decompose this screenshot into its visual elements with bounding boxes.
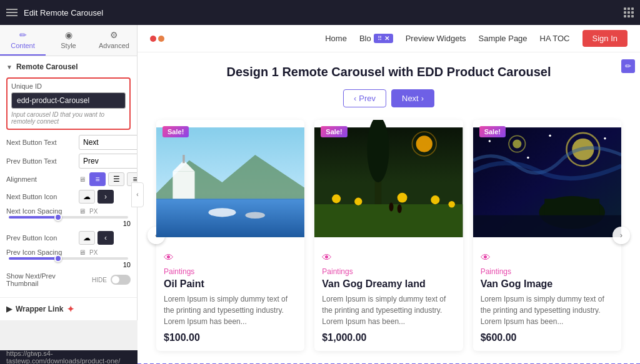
hide-label: HIDE [92,277,107,283]
next-carousel-button[interactable]: Next › [391,89,434,107]
nav-active-indicator: ⠿ ✕ [374,34,393,43]
next-button-text-row: Next Button Text 🗑 [6,135,131,150]
next-button-icon-label: Next Button Icon [6,193,75,200]
main-layout: ✏ Content ◉ Style ⚙ Advanced ▼ Remote Ca… [0,25,640,364]
svg-point-31 [549,135,551,137]
svg-rect-3 [172,171,194,199]
panel-section: ▼ Remote Carousel Unique ID Input carous… [0,56,137,297]
logo-dots [150,36,164,42]
next-icon-spacing-row: Next Icon Spacing 🖥 PX 10 [6,207,131,227]
alignment-group: ≡ ☰ ≡ [89,172,138,186]
sign-in-button[interactable]: Sign In [582,30,628,47]
svg-point-32 [604,137,606,140]
nav-sample-page[interactable]: Sample Page [479,34,528,43]
status-bar: https://gtwp.s4-tastewp.com/downloads/pr… [0,350,138,364]
tab-content[interactable]: ✏ Content [0,25,46,56]
nav-preview-widgets[interactable]: Preview Widgets [406,34,466,43]
status-url: https://gtwp.s4-tastewp.com/downloads/pr… [6,350,131,364]
product-image-3: Sale! [473,120,621,245]
nav-home[interactable]: Home [325,34,347,43]
content-tab-icon: ✏ [19,30,27,40]
sale-badge-3: Sale! [479,126,506,137]
svg-point-17 [398,193,408,203]
grid-icon[interactable] [624,7,634,17]
product-desc-2: Lorem Ipsum is simply dummy text of the … [322,293,455,327]
hamburger-icon[interactable] [6,9,18,16]
svg-rect-29 [473,215,621,237]
advanced-tab-icon: ⚙ [110,30,118,40]
unique-id-label: Unique ID [11,82,126,90]
product-image-1: Sale! [156,120,304,245]
prev-carousel-button[interactable]: ‹ Prev [343,89,386,107]
prev-button-text-input[interactable] [79,154,138,169]
next-button-text-label: Next Button Text [6,139,75,146]
edit-toolbar-pencil[interactable]: ✏ [621,59,635,73]
product-title-3: Van Gog Image [481,278,614,290]
view-icon-1: 👁 [164,252,297,263]
prev-icon-controls: ☁ ‹ [79,231,114,245]
product-info-3: 👁 Paintings Van Gog Image Lorem Ipsum is… [473,245,621,351]
next-spacing-px-label: PX [89,208,98,215]
show-thumbnail-label: Show Next/Prev Thumbnail [6,272,88,287]
tab-advanced[interactable]: ⚙ Advanced [91,25,137,56]
svg-rect-14 [314,204,462,237]
carousel-title: Design 1 Remote Carousel with EDD Produc… [156,65,621,79]
next-spacing-value: 10 [123,220,131,227]
view-icon-3: 👁 [481,252,614,263]
next-button-text-input[interactable] [79,135,138,150]
product-price-1: $100.00 [164,332,297,343]
next-icon-pick-button[interactable]: ☁ [79,190,95,204]
svg-point-15 [332,194,341,203]
svg-point-26 [512,139,521,148]
product-info-2: 👁 Paintings Van Gog Dreamy land Lorem Ip… [314,245,462,351]
section-header-remote-carousel[interactable]: ▼ Remote Carousel [6,62,131,71]
product-title-1: Oil Paint [164,278,297,290]
svg-point-20 [389,203,394,212]
product-category-1: Paintings [164,267,297,276]
products-grid: ‹ Sale! [156,120,621,351]
align-left-button[interactable]: ≡ [89,172,106,186]
svg-point-19 [449,201,456,208]
carousel-next-arrow[interactable]: › [612,227,630,244]
unique-id-input[interactable] [11,92,126,109]
alignment-label: Alignment [6,175,75,183]
nav-active-close[interactable]: ✕ [384,35,389,42]
product-category-3: Paintings [481,267,614,276]
alignment-row: Alignment 🖥 ≡ ☰ ≡ [6,172,131,186]
prev-icon-arrow-button[interactable]: ‹ [98,231,114,245]
unique-id-group: Unique ID Input carousel ID that you wan… [6,77,131,130]
collapse-panel-arrow[interactable]: ‹ [131,182,144,207]
sale-badge-2: Sale! [321,126,347,137]
svg-rect-28 [544,199,599,215]
next-spacing-slider[interactable] [6,216,131,219]
nav-blog[interactable]: Blo ⠿ ✕ [359,34,393,43]
product-desc-1: Lorem Ipsum is simply dummy text of the … [164,293,297,327]
nav-ha-toc[interactable]: HA TOC [540,34,570,43]
product-info-1: 👁 Paintings Oil Paint Lorem Ipsum is sim… [156,245,304,351]
wrapper-link-section[interactable]: ▶ Wrapper Link ✦ [0,297,137,320]
tab-advanced-label: Advanced [99,42,129,49]
painting-svg-3 [473,120,621,245]
next-icon-arrow-button[interactable]: › [98,190,114,204]
tab-content-label: Content [11,42,35,49]
wrapper-link-label: Wrapper Link [16,305,63,313]
svg-point-21 [398,204,402,213]
svg-rect-8 [156,199,304,200]
prev-button-text-label: Prev Button Text [6,157,75,165]
next-icon-spacing-label: Next Icon Spacing [6,207,75,215]
show-thumbnail-toggle[interactable] [111,275,131,285]
site-header: Home Blo ⠿ ✕ Preview Widgets Sample Page… [138,25,640,52]
align-center-button[interactable]: ☰ [108,172,124,186]
product-card-2: Sale! [314,120,462,351]
prev-button-text-row: Prev Button Text 🗑 [6,154,131,169]
next-icon-controls: ☁ › [79,190,114,204]
painting-svg-2 [314,120,462,245]
logo-dot-orange [158,36,164,42]
product-image-2: Sale! [314,120,462,245]
carousel-section: Design 1 Remote Carousel with EDD Produc… [138,52,640,364]
prev-icon-pick-button[interactable]: ☁ [79,231,95,245]
logo-dot-red [150,36,156,42]
next-spacing-monitor-icon: 🖥 [79,207,86,215]
prev-spacing-slider[interactable] [6,257,131,260]
tab-style[interactable]: ◉ Style [46,25,91,56]
